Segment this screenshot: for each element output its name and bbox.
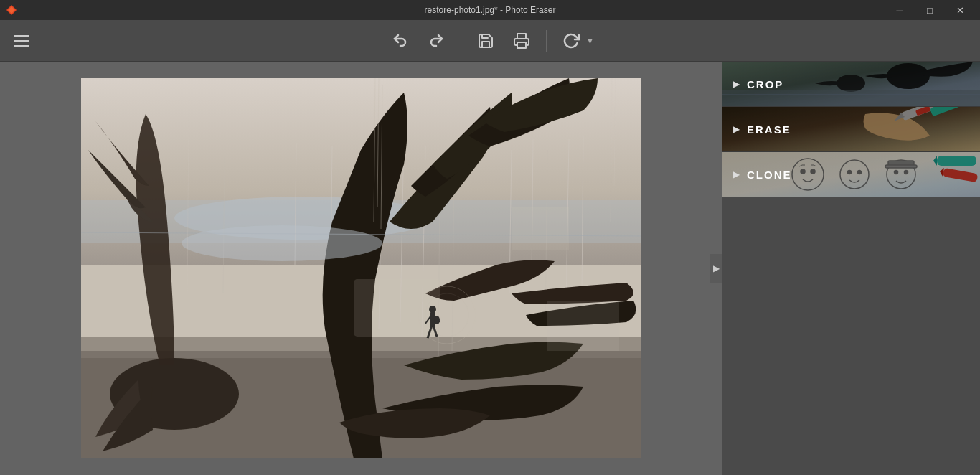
titlebar: restore-photo1.jpg* - Photo Eraser ─ □ ✕ <box>0 0 980 20</box>
clone-overlay: ▶ CLONE <box>722 152 980 197</box>
photo-svg <box>81 78 641 458</box>
erase-overlay: ▶ ERASE <box>722 107 980 151</box>
print-button[interactable] <box>507 27 536 55</box>
clone-section[interactable]: ▶ CLONE <box>722 152 980 197</box>
title-text: restore-photo1.jpg* - Photo Eraser <box>425 5 556 15</box>
hamburger-icon <box>14 45 29 47</box>
close-button[interactable]: ✕ <box>946 0 974 20</box>
refresh-dropdown-arrow[interactable]: ▼ <box>586 37 594 45</box>
crop-section[interactable]: ▶ CROP <box>722 62 980 107</box>
undo-button[interactable] <box>386 27 415 55</box>
window-controls: ─ □ ✕ <box>885 0 974 20</box>
separator <box>461 30 461 52</box>
separator <box>546 30 547 52</box>
hamburger-icon <box>14 40 29 42</box>
crop-overlay: ▶ CROP <box>722 62 980 106</box>
clone-chevron: ▶ <box>733 169 740 179</box>
erase-section[interactable]: ▶ ERASE <box>722 107 980 152</box>
menu-button[interactable] <box>9 28 34 54</box>
titlebar-left <box>6 4 17 16</box>
erase-label: ERASE <box>747 123 791 136</box>
erase-chevron: ▶ <box>733 124 740 134</box>
app-icon <box>6 4 17 16</box>
svg-rect-34 <box>547 301 619 351</box>
hamburger-icon <box>14 35 29 37</box>
panel-empty-area <box>722 197 980 475</box>
toolbar: ▼ <box>0 20 980 62</box>
svg-rect-2 <box>517 42 526 48</box>
crop-chevron: ▶ <box>733 79 740 89</box>
refresh-button[interactable] <box>557 27 585 55</box>
right-panel: ▶ CROP <box>722 62 980 475</box>
svg-rect-33 <box>512 207 569 250</box>
main-area: ▶ <box>0 62 980 475</box>
panel-collapse-button[interactable]: ▶ <box>710 254 722 283</box>
redo-button[interactable] <box>422 27 451 55</box>
refresh-group: ▼ <box>557 27 594 55</box>
save-button[interactable] <box>471 27 500 55</box>
minimize-button[interactable]: ─ <box>885 0 914 20</box>
clone-label: CLONE <box>747 169 792 181</box>
photo-canvas <box>81 78 641 458</box>
crop-label: CROP <box>747 78 783 90</box>
svg-point-31 <box>182 225 382 261</box>
maximize-button[interactable]: □ <box>915 0 944 20</box>
canvas-area[interactable]: ▶ <box>0 62 722 475</box>
svg-rect-32 <box>354 279 440 337</box>
